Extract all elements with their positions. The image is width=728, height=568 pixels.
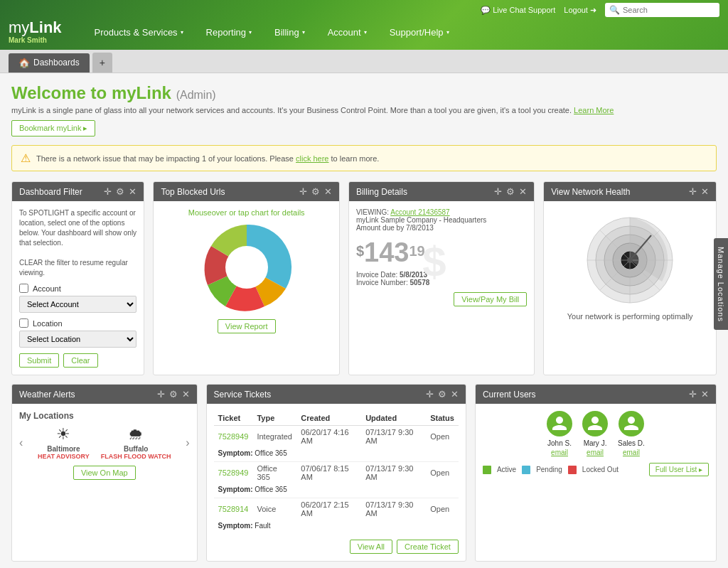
svg-point-0 bbox=[225, 246, 268, 289]
gear-icon[interactable]: ⚙ bbox=[438, 389, 446, 400]
pending-dot bbox=[522, 466, 530, 474]
avatar bbox=[582, 411, 608, 436]
nav-reporting[interactable]: Reporting ▾ bbox=[195, 21, 263, 43]
current-users-body: John S. email Mary J. email Sales D. ema… bbox=[476, 404, 716, 483]
close-icon[interactable]: ✕ bbox=[451, 389, 459, 400]
card-header-icons: ✛ ✕ bbox=[689, 389, 709, 400]
col-created: Created bbox=[296, 411, 361, 426]
alert-text: There is a network issue that may be imp… bbox=[36, 154, 379, 163]
gear-icon[interactable]: ⚙ bbox=[169, 389, 178, 400]
gear-icon[interactable]: ⚙ bbox=[506, 186, 515, 197]
close-icon[interactable]: ✕ bbox=[129, 186, 136, 197]
pay-bill-button[interactable]: View/Pay My Bill bbox=[454, 292, 527, 306]
move-icon[interactable]: ✛ bbox=[157, 389, 165, 400]
view-report-button[interactable]: View Report bbox=[218, 319, 276, 333]
card-header-icons: ✛ ⚙ ✕ bbox=[157, 389, 190, 400]
table-row: 7528949 Office 365 07/06/17 8:15 AM 07/1… bbox=[214, 462, 459, 484]
billing-amount: $14319 $ bbox=[356, 237, 425, 268]
nav-support-help[interactable]: Support/Help ▾ bbox=[378, 21, 461, 43]
prev-arrow[interactable]: ‹ bbox=[19, 436, 23, 449]
bookmark-button[interactable]: Bookmark myLink ▸ bbox=[11, 120, 95, 136]
close-icon[interactable]: ✕ bbox=[701, 186, 709, 197]
move-icon[interactable]: ✛ bbox=[689, 389, 697, 400]
account-link[interactable]: Account 21436587 bbox=[390, 208, 449, 216]
view-all-button[interactable]: View All bbox=[350, 540, 392, 554]
learn-more-link[interactable]: Learn More bbox=[574, 106, 614, 114]
manage-locations-tab[interactable]: Manage Locations bbox=[714, 238, 728, 331]
tickets-table: Ticket Type Created Updated Status 75289… bbox=[214, 411, 459, 534]
move-icon[interactable]: ✛ bbox=[426, 389, 434, 400]
location-checkbox[interactable] bbox=[19, 318, 28, 328]
warning-icon: ⚠ bbox=[21, 151, 31, 165]
chevron-down-icon: ▾ bbox=[364, 29, 367, 36]
rain-icon: 🌧 bbox=[101, 425, 171, 444]
move-icon[interactable]: ✛ bbox=[299, 186, 307, 197]
table-row: 7528914 Voice 06/20/17 2:15 AM 07/13/17 … bbox=[214, 498, 459, 520]
search-box: 🔍 bbox=[605, 3, 719, 17]
nav-account[interactable]: Account ▾ bbox=[316, 21, 378, 43]
submit-button[interactable]: Submit bbox=[19, 353, 59, 368]
create-ticket-button[interactable]: Create Ticket bbox=[397, 540, 459, 554]
view-map-button[interactable]: View On Map bbox=[73, 466, 136, 480]
weather-location-baltimore: ☀ Baltimore HEAT ADVISORY bbox=[38, 425, 90, 460]
weather-advisory: HEAT ADVISORY bbox=[38, 453, 90, 460]
welcome-section: Welcome to myLink (Admin) myLink is a si… bbox=[11, 83, 717, 145]
weather-nav: ‹ ☀ Baltimore HEAT ADVISORY 🌧 Buffalo FL… bbox=[19, 425, 190, 460]
chevron-down-icon: ▾ bbox=[446, 29, 449, 36]
card-header-icons: ✛ ⚙ ✕ bbox=[494, 186, 527, 197]
account-select[interactable]: Select Account bbox=[19, 296, 136, 313]
move-icon[interactable]: ✛ bbox=[494, 186, 502, 197]
close-icon[interactable]: ✕ bbox=[519, 186, 527, 197]
tab-dashboards[interactable]: 🏠 Dashboards bbox=[9, 53, 90, 73]
live-chat-link[interactable]: 💬 Live Chat Support bbox=[481, 6, 555, 15]
network-status-text: Your network is performing optimally bbox=[551, 312, 709, 321]
radar-chart bbox=[551, 214, 709, 306]
logout-link[interactable]: Logout ➜ bbox=[564, 6, 596, 15]
billing-header: Billing Details ✛ ⚙ ✕ bbox=[349, 182, 534, 201]
weather-body: My Locations ‹ ☀ Baltimore HEAT ADVISORY… bbox=[12, 404, 197, 487]
ticket-link[interactable]: 7528914 bbox=[218, 505, 249, 513]
close-icon[interactable]: ✕ bbox=[182, 389, 190, 400]
city-name: Buffalo bbox=[101, 445, 171, 453]
tabs-bar: 🏠 Dashboards + bbox=[0, 50, 728, 73]
user-email-link[interactable]: email bbox=[623, 449, 640, 456]
network-health-body: Your network is performing optimally bbox=[544, 201, 716, 328]
move-icon[interactable]: ✛ bbox=[104, 186, 112, 197]
location-select[interactable]: Select Location bbox=[19, 331, 136, 348]
network-health-card: View Network Health ✛ ✕ bbox=[543, 181, 717, 375]
users-legend: Active Pending Locked Out Full User List… bbox=[483, 463, 709, 476]
ticket-link[interactable]: 7528949 bbox=[218, 432, 249, 441]
weather-location-buffalo: 🌧 Buffalo FLASH FLOOD WATCH bbox=[101, 425, 171, 460]
close-icon[interactable]: ✕ bbox=[701, 389, 709, 400]
close-icon[interactable]: ✕ bbox=[324, 186, 332, 197]
chevron-down-icon: ▾ bbox=[249, 29, 252, 36]
gear-icon[interactable]: ⚙ bbox=[311, 186, 320, 197]
alert-link[interactable]: click here bbox=[296, 154, 328, 163]
account-checkbox[interactable] bbox=[19, 284, 28, 293]
nav-billing[interactable]: Billing ▾ bbox=[263, 21, 316, 43]
logo: myLink Mark Smith bbox=[9, 20, 62, 44]
dashboard-filter-body: To SPOTLIGHT a specific account or locat… bbox=[12, 201, 144, 375]
move-icon[interactable]: ✛ bbox=[689, 186, 697, 197]
full-user-list-button[interactable]: Full User List ▸ bbox=[649, 463, 709, 476]
current-users-header: Current Users ✛ ✕ bbox=[476, 385, 716, 404]
search-input[interactable] bbox=[623, 6, 715, 14]
tickets-buttons: View All Create Ticket bbox=[214, 540, 459, 554]
user-email-link[interactable]: email bbox=[587, 449, 604, 456]
user-email-link[interactable]: email bbox=[551, 449, 568, 456]
filter-description: To SPOTLIGHT a specific account or locat… bbox=[19, 208, 136, 278]
avatar bbox=[619, 411, 644, 436]
ticket-link[interactable]: 7528949 bbox=[218, 468, 249, 477]
next-arrow[interactable]: › bbox=[186, 436, 189, 449]
account-checkbox-label: Account bbox=[19, 284, 136, 293]
col-type: Type bbox=[252, 411, 296, 426]
chat-icon: 💬 bbox=[481, 6, 491, 14]
active-dot bbox=[483, 466, 491, 474]
nav-products-services[interactable]: Products & Services ▾ bbox=[83, 21, 195, 43]
svg-point-11 bbox=[627, 257, 633, 263]
clear-button[interactable]: Clear bbox=[63, 353, 97, 368]
gear-icon[interactable]: ⚙ bbox=[116, 186, 124, 197]
tab-add-button[interactable]: + bbox=[92, 53, 112, 73]
service-tickets-card: Service Tickets ✛ ⚙ ✕ Ticket Type Create… bbox=[206, 384, 466, 562]
card-header-icons: ✛ ⚙ ✕ bbox=[299, 186, 332, 197]
